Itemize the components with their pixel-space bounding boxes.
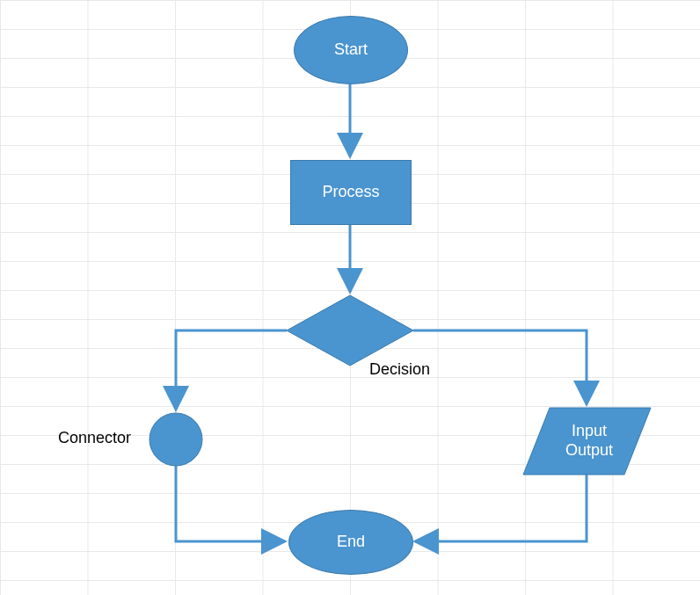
- process-node[interactable]: Process: [290, 160, 412, 225]
- end-node[interactable]: End: [288, 510, 413, 575]
- start-node[interactable]: Start: [294, 16, 408, 84]
- edge-decision-connector: [176, 330, 287, 410]
- io-label: Input Output: [565, 422, 613, 460]
- end-label: End: [337, 533, 365, 552]
- edge-decision-io: [413, 330, 587, 404]
- start-label: Start: [334, 40, 368, 60]
- decision-node[interactable]: [287, 295, 413, 366]
- io-label-line2: Output: [565, 441, 613, 461]
- edge-connector-end: [176, 466, 285, 541]
- connector-node[interactable]: [149, 413, 202, 466]
- io-label-line1: Input: [565, 422, 613, 441]
- flowchart-canvas: Start Process Decision Connector Input O…: [0, 0, 700, 595]
- process-label: Process: [322, 183, 379, 202]
- io-node[interactable]: Input Output: [538, 408, 640, 475]
- edge-io-end: [415, 475, 587, 541]
- connector-label: Connector: [58, 429, 131, 447]
